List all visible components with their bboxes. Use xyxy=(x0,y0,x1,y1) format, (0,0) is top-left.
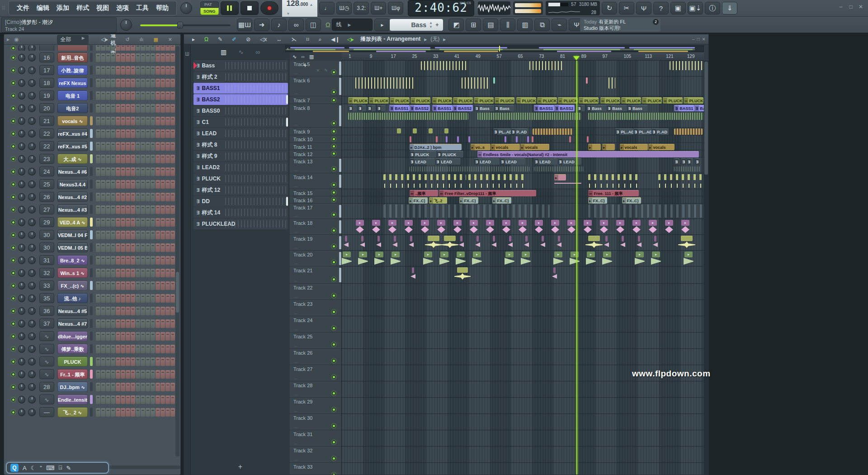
main-pitch-knob[interactable] xyxy=(180,2,192,14)
stabs-clip[interactable] xyxy=(588,174,640,188)
step-cell[interactable] xyxy=(165,281,170,290)
step-cell[interactable] xyxy=(160,294,165,303)
audio-tab[interactable]: ∿ xyxy=(238,48,244,56)
step-cell[interactable] xyxy=(116,142,120,151)
step-cell[interactable] xyxy=(111,117,115,125)
channel-number[interactable]: ∿ xyxy=(39,331,54,341)
step-cell[interactable] xyxy=(111,332,115,341)
step-cell[interactable] xyxy=(170,205,175,214)
small-pattern-clip[interactable] xyxy=(429,128,433,133)
step-cell[interactable] xyxy=(101,307,105,315)
arrangement-minimap[interactable] xyxy=(285,45,704,52)
clip-PLUCK[interactable]: ∞PLUCK xyxy=(558,97,578,104)
step-cell[interactable] xyxy=(131,294,135,303)
step-cell[interactable] xyxy=(101,357,105,366)
step-cell[interactable] xyxy=(151,129,155,138)
step-cell[interactable] xyxy=(111,345,115,353)
clip-BASS2[interactable]: ∃BASS2 xyxy=(453,105,473,111)
pattern-selector[interactable]: Bass▲▼ + xyxy=(390,19,443,31)
channel-name-button[interactable] xyxy=(57,45,88,51)
playlist-lane[interactable]: ▸DJAx..2 ) bpm▸vo..s▸vocals▸vocals▸▸▸voc… xyxy=(342,143,704,150)
channel-volume-knob[interactable] xyxy=(28,320,35,328)
playlist-lane[interactable] xyxy=(342,382,704,398)
step-cell[interactable] xyxy=(136,294,140,303)
step-cell[interactable] xyxy=(116,231,120,239)
track-led[interactable] xyxy=(332,213,336,217)
step-cell[interactable] xyxy=(170,294,175,303)
automation-track-icon[interactable]: ∞ xyxy=(301,54,305,59)
channel-enable-led[interactable] xyxy=(11,106,15,110)
step-cell[interactable] xyxy=(101,155,105,163)
playlist-lanes[interactable]: ∞PLUCK∞PLUCK∞PLUCK∞PLUCK∞PLUCK∞PLUCK∞PLU… xyxy=(342,61,704,475)
step-cell[interactable] xyxy=(151,383,155,391)
track-header[interactable]: Track 30... xyxy=(290,414,341,430)
step-cell[interactable] xyxy=(151,294,155,303)
picker-item[interactable]: ∃样式 14 xyxy=(193,207,288,218)
clip-BASS1[interactable]: ∃BASS1 xyxy=(534,105,554,111)
step-cell[interactable] xyxy=(165,256,170,265)
step-cell[interactable] xyxy=(156,218,160,227)
playlist-vertical-scrollbar[interactable] xyxy=(704,61,708,475)
tick-stab-clip[interactable] xyxy=(654,236,656,242)
clip-segment[interactable]: ∃ xyxy=(377,105,385,111)
track-header[interactable]: Track 13... xyxy=(290,158,341,173)
channel-number[interactable]: 36 xyxy=(39,306,54,316)
clip-FX..C)[interactable]: ▸FX..C) xyxy=(409,197,428,204)
track-header[interactable]: Track 16 xyxy=(290,197,341,204)
step-cell[interactable] xyxy=(101,294,105,303)
step-cell[interactable] xyxy=(170,269,175,277)
audio-stab-clip[interactable]: ▸ xyxy=(519,220,527,226)
channel-volume-knob[interactable] xyxy=(28,104,35,112)
picker-add-button[interactable]: + xyxy=(191,463,290,471)
step-cell[interactable] xyxy=(121,357,125,366)
tick-clip[interactable] xyxy=(569,136,571,142)
step-cell[interactable] xyxy=(170,307,175,315)
step-cell[interactable] xyxy=(101,408,105,417)
step-cell[interactable] xyxy=(116,345,120,353)
step-cell[interactable] xyxy=(160,129,165,138)
step-cell[interactable] xyxy=(136,370,140,379)
track-led[interactable] xyxy=(332,98,336,102)
step-cell[interactable] xyxy=(131,243,135,252)
channel-color-swatch[interactable] xyxy=(90,66,93,75)
step-cell[interactable] xyxy=(160,231,165,239)
audio-stab-clip[interactable]: ▸ xyxy=(372,220,380,226)
stripeg-clip[interactable] xyxy=(348,113,468,120)
track-header[interactable]: Track 10 xyxy=(290,136,341,143)
step-cell[interactable] xyxy=(131,332,135,341)
step-cell[interactable] xyxy=(106,142,110,151)
step-cell[interactable] xyxy=(136,319,140,328)
step-cell[interactable] xyxy=(131,117,135,125)
plugin-picker-icon[interactable]: ◫ xyxy=(306,19,321,31)
step-cell[interactable] xyxy=(141,395,145,404)
channel-number[interactable]: ∿ xyxy=(39,394,54,404)
menu-item-1[interactable]: 编辑 xyxy=(33,3,52,14)
step-cell[interactable] xyxy=(160,408,165,417)
step-cell[interactable] xyxy=(116,383,120,391)
track-led[interactable] xyxy=(332,183,336,187)
channel-pan-knob[interactable] xyxy=(18,320,25,328)
audio-stab-clip[interactable]: ▸ xyxy=(522,252,530,257)
step-cell[interactable] xyxy=(101,79,105,87)
channel-name-button[interactable]: Endle..tensit xyxy=(57,394,88,404)
notes-clip[interactable] xyxy=(674,166,701,171)
channel-pan-knob[interactable] xyxy=(18,155,25,163)
step-cell[interactable] xyxy=(101,345,105,353)
ghost-clip[interactable] xyxy=(383,204,550,218)
step-cell[interactable] xyxy=(106,269,110,277)
channel-volume-knob[interactable] xyxy=(28,332,35,340)
clip-segment[interactable]: ∃ xyxy=(687,158,693,165)
step-cell[interactable] xyxy=(170,281,175,290)
channel-volume-knob[interactable] xyxy=(28,218,35,226)
magnet-icon[interactable]: Ω xyxy=(204,36,208,43)
channel-color-swatch[interactable] xyxy=(90,344,93,353)
channel-volume-knob[interactable] xyxy=(28,142,35,150)
snap-selector[interactable]: 线▶ xyxy=(332,19,373,31)
playlist-lane[interactable] xyxy=(342,300,704,316)
clip-PLUCK[interactable]: ∞PLUCK xyxy=(432,97,452,104)
clip-PLUCK[interactable]: ∞PLUCK xyxy=(600,97,620,104)
playlist-icon[interactable]: ▤ xyxy=(483,19,498,31)
channel-name-button[interactable]: VED..4 A ∿ xyxy=(57,217,88,227)
channel-pan-knob[interactable] xyxy=(18,54,25,62)
menu-item-7[interactable]: 帮助 xyxy=(153,3,172,14)
